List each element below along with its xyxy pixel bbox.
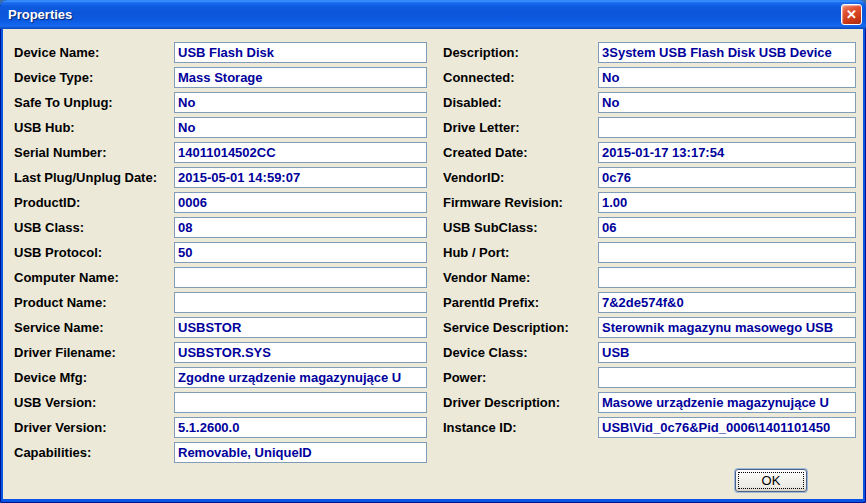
- property-label: Power:: [440, 370, 598, 385]
- property-row: VendorID: 0c76: [440, 165, 856, 190]
- left-column: Device Name: USB Flash Disk Device Type:…: [11, 40, 427, 465]
- property-row: Computer Name:: [11, 265, 427, 290]
- property-label: Service Name:: [11, 320, 174, 335]
- property-value-field[interactable]: Sterownik magazynu masowego USB: [598, 317, 856, 338]
- property-label: VendorID:: [440, 170, 598, 185]
- property-value-field[interactable]: 14011014502CC: [174, 142, 427, 163]
- property-row: Driver Description: Masowe urządzenie ma…: [440, 390, 856, 415]
- property-value-field[interactable]: Removable, UniqueID: [174, 442, 427, 463]
- property-row: Power:: [440, 365, 856, 390]
- property-row: Serial Number: 14011014502CC: [11, 140, 427, 165]
- property-value-field[interactable]: USB: [598, 342, 856, 363]
- dialog-body: Device Name: USB Flash Disk Device Type:…: [3, 29, 863, 499]
- property-label: Connected:: [440, 70, 598, 85]
- property-row: Safe To Unplug: No: [11, 90, 427, 115]
- property-row: Driver Filename: USBSTOR.SYS: [11, 340, 427, 365]
- property-value-field[interactable]: [598, 117, 856, 138]
- properties-dialog: Properties ✕ Device Name: USB Flash Disk…: [0, 0, 866, 503]
- property-value-field[interactable]: 5.1.2600.0: [174, 417, 427, 438]
- property-row: Driver Version: 5.1.2600.0: [11, 415, 427, 440]
- property-label: Vendor Name:: [440, 270, 598, 285]
- property-row: Instance ID: USB\Vid_0c76&Pid_0006\14011…: [440, 415, 856, 440]
- property-label: Device Class:: [440, 345, 598, 360]
- close-button[interactable]: ✕: [841, 4, 862, 25]
- property-label: USB SubClass:: [440, 220, 598, 235]
- property-value-field[interactable]: USBSTOR: [174, 317, 427, 338]
- property-value-field[interactable]: Mass Storage: [174, 67, 427, 88]
- property-row: Service Description: Sterownik magazynu …: [440, 315, 856, 340]
- property-label: Device Mfg:: [11, 370, 174, 385]
- property-value-field[interactable]: [174, 267, 427, 288]
- property-label: Product Name:: [11, 295, 174, 310]
- property-label: Computer Name:: [11, 270, 174, 285]
- property-label: Safe To Unplug:: [11, 95, 174, 110]
- property-row: Disabled: No: [440, 90, 856, 115]
- property-row: Hub / Port:: [440, 240, 856, 265]
- property-row: Product Name:: [11, 290, 427, 315]
- property-row: Capabilities: Removable, UniqueID: [11, 440, 427, 465]
- titlebar[interactable]: Properties ✕: [0, 0, 866, 29]
- property-label: Driver Version:: [11, 420, 174, 435]
- ok-button[interactable]: OK: [735, 469, 807, 492]
- property-row: USB Class: 08: [11, 215, 427, 240]
- property-value-field[interactable]: No: [598, 67, 856, 88]
- property-value-field[interactable]: 1.00: [598, 192, 856, 213]
- property-label: Capabilities:: [11, 445, 174, 460]
- property-value-field[interactable]: [598, 367, 856, 388]
- property-label: Last Plug/Unplug Date:: [11, 170, 174, 185]
- property-label: Firmware Revision:: [440, 195, 598, 210]
- property-row: USB SubClass: 06: [440, 215, 856, 240]
- property-label: Driver Filename:: [11, 345, 174, 360]
- property-row: Connected: No: [440, 65, 856, 90]
- property-value-field[interactable]: [174, 292, 427, 313]
- property-value-field[interactable]: 2015-05-01 14:59:07: [174, 167, 427, 188]
- property-value-field[interactable]: 0c76: [598, 167, 856, 188]
- property-label: ProductID:: [11, 195, 174, 210]
- property-value-field[interactable]: [598, 242, 856, 263]
- property-value-field[interactable]: USBSTOR.SYS: [174, 342, 427, 363]
- property-label: Hub / Port:: [440, 245, 598, 260]
- property-value-field[interactable]: 50: [174, 242, 427, 263]
- close-icon: ✕: [846, 7, 857, 22]
- property-value-field[interactable]: 06: [598, 217, 856, 238]
- property-value-field[interactable]: 2015-01-17 13:17:54: [598, 142, 856, 163]
- window-title: Properties: [0, 7, 72, 22]
- property-row: Device Name: USB Flash Disk: [11, 40, 427, 65]
- property-value-field[interactable]: 0006: [174, 192, 427, 213]
- property-label: ParentId Prefix:: [440, 295, 598, 310]
- property-value-field[interactable]: 3System USB Flash Disk USB Device: [598, 42, 856, 63]
- property-value-field[interactable]: No: [598, 92, 856, 113]
- property-row: Vendor Name:: [440, 265, 856, 290]
- property-row: Drive Letter:: [440, 115, 856, 140]
- property-label: USB Hub:: [11, 120, 174, 135]
- property-label: Instance ID:: [440, 420, 598, 435]
- property-label: USB Class:: [11, 220, 174, 235]
- property-value-field[interactable]: USB Flash Disk: [174, 42, 427, 63]
- property-value-field[interactable]: No: [174, 117, 427, 138]
- property-label: Service Description:: [440, 320, 598, 335]
- property-label: Device Name:: [11, 45, 174, 60]
- property-label: Serial Number:: [11, 145, 174, 160]
- property-label: Drive Letter:: [440, 120, 598, 135]
- property-label: USB Protocol:: [11, 245, 174, 260]
- property-value-field[interactable]: [174, 392, 427, 413]
- property-label: USB Version:: [11, 395, 174, 410]
- property-row: ParentId Prefix: 7&2de574f&0: [440, 290, 856, 315]
- property-label: Driver Description:: [440, 395, 598, 410]
- property-row: Device Type: Mass Storage: [11, 65, 427, 90]
- property-value-field[interactable]: Zgodne urządzenie magazynujące U: [174, 367, 427, 388]
- property-row: Firmware Revision: 1.00: [440, 190, 856, 215]
- property-row: Device Mfg: Zgodne urządzenie magazynują…: [11, 365, 427, 390]
- property-value-field[interactable]: No: [174, 92, 427, 113]
- property-row: Last Plug/Unplug Date: 2015-05-01 14:59:…: [11, 165, 427, 190]
- property-row: Service Name: USBSTOR: [11, 315, 427, 340]
- property-value-field[interactable]: USB\Vid_0c76&Pid_0006\1401101450: [598, 417, 856, 438]
- property-value-field[interactable]: [598, 267, 856, 288]
- property-row: USB Protocol: 50: [11, 240, 427, 265]
- property-value-field[interactable]: Masowe urządzenie magazynujące U: [598, 392, 856, 413]
- property-label: Created Date:: [440, 145, 598, 160]
- property-value-field[interactable]: 08: [174, 217, 427, 238]
- property-value-field[interactable]: 7&2de574f&0: [598, 292, 856, 313]
- property-row: USB Version:: [11, 390, 427, 415]
- right-column: Description: 3System USB Flash Disk USB …: [440, 40, 856, 440]
